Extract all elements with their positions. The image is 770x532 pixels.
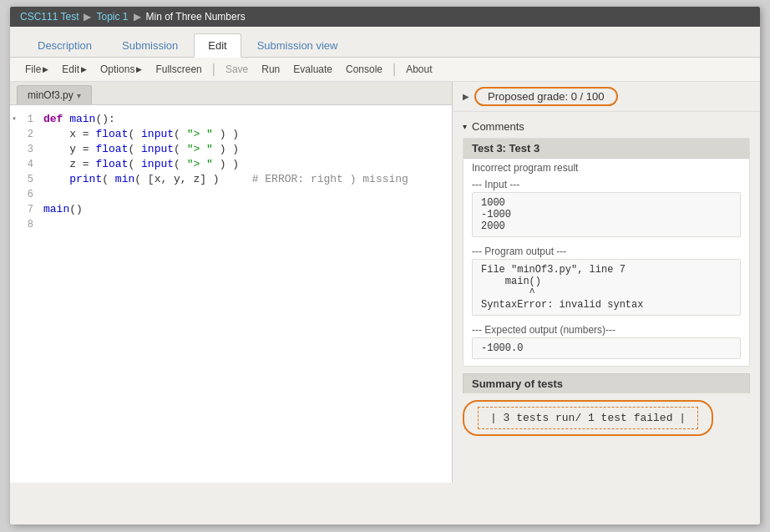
line-num-5: 5 bbox=[10, 172, 40, 187]
breadcrumb-course[interactable]: CSC111 Test bbox=[20, 11, 79, 23]
test-subtitle: Incorrect program result bbox=[472, 162, 741, 174]
line-content-3: y = float( input( "> " ) ) bbox=[40, 142, 239, 157]
line-content-6 bbox=[40, 187, 50, 202]
breadcrumb-bar: CSC111 Test ▶ Topic 1 ▶ Min of Three Num… bbox=[10, 7, 760, 27]
code-line-2: 2 x = float( input( "> " ) ) bbox=[10, 127, 452, 142]
line-content-2: x = float( input( "> " ) ) bbox=[40, 127, 239, 142]
code-line-3: 3 y = float( input( "> " ) ) bbox=[10, 142, 452, 157]
editor-tab-bar: minOf3.py ▾ bbox=[10, 82, 452, 105]
line-content-5: print( min( [x, y, z] ) # ERROR: right )… bbox=[40, 172, 408, 187]
code-line-1: ▾ 1 def main(): bbox=[10, 112, 452, 127]
line-num-7: 7 bbox=[10, 202, 40, 217]
toolbar-edit[interactable]: Edit ▶ bbox=[55, 61, 94, 78]
test-card: Test 3: Test 3 Incorrect program result … bbox=[463, 138, 750, 367]
code-area[interactable]: ▾ 1 def main(): 2 x = float( input( "> "… bbox=[10, 105, 452, 483]
page-wrapper: CSC111 Test ▶ Topic 1 ▶ Min of Three Num… bbox=[10, 7, 760, 524]
fold-icon-1[interactable]: ▾ bbox=[12, 112, 17, 127]
toolbar-save[interactable]: Save bbox=[219, 61, 255, 78]
editor-filename: minOf3.py bbox=[28, 89, 73, 101]
line-num-8: 8 bbox=[10, 217, 40, 232]
breadcrumb-topic[interactable]: Topic 1 bbox=[96, 11, 128, 23]
code-line-7: 7 main() bbox=[10, 202, 452, 217]
editor-tab-arrow[interactable]: ▾ bbox=[77, 91, 81, 100]
line-num-4: 4 bbox=[10, 157, 40, 172]
line-num-6: 6 bbox=[10, 187, 40, 202]
summary-body: | 3 tests run/ 1 test failed | bbox=[478, 407, 698, 429]
tab-submission[interactable]: Submission bbox=[108, 33, 192, 57]
toolbar-fullscreen[interactable]: Fullscreen bbox=[149, 61, 208, 78]
summary-section: Summary of tests | 3 tests run/ 1 test f… bbox=[463, 373, 750, 443]
tab-submission-view[interactable]: Submission view bbox=[243, 33, 352, 57]
toolbar-options[interactable]: Options ▶ bbox=[94, 61, 149, 78]
toolbar-about[interactable]: About bbox=[399, 61, 438, 78]
comments-expand-icon: ▾ bbox=[463, 122, 467, 131]
toolbar-run[interactable]: Run bbox=[255, 61, 286, 78]
tab-edit[interactable]: Edit bbox=[194, 33, 241, 58]
tab-description[interactable]: Description bbox=[23, 33, 106, 57]
editor-file-tab[interactable]: minOf3.py ▾ bbox=[17, 85, 92, 104]
line-content-1: def main(): bbox=[40, 112, 115, 127]
breadcrumb-sep1: ▶ bbox=[84, 11, 91, 23]
program-output-label: --- Program output --- bbox=[472, 241, 741, 259]
proposed-grade: Proposed grade: 0 / 100 bbox=[474, 87, 618, 106]
grade-expand-icon[interactable]: ▶ bbox=[463, 92, 469, 101]
line-num-2: 2 bbox=[10, 127, 40, 142]
comments-header[interactable]: ▾ Comments bbox=[463, 115, 750, 138]
line-content-4: z = float( input( "> " ) ) bbox=[40, 157, 239, 172]
test-card-header: Test 3: Test 3 bbox=[464, 139, 749, 159]
grade-bar: ▶ Proposed grade: 0 / 100 bbox=[453, 82, 760, 112]
summary-header: Summary of tests bbox=[463, 373, 750, 393]
right-pane: ▶ Proposed grade: 0 / 100 ▾ Comments Tes… bbox=[453, 82, 760, 483]
code-line-5: 5 print( min( [x, y, z] ) # ERROR: right… bbox=[10, 172, 452, 187]
line-content-8 bbox=[40, 217, 50, 232]
tab-bar: Description Submission Edit Submission v… bbox=[10, 27, 760, 58]
input-label: --- Input --- bbox=[472, 174, 741, 192]
code-line-4: 4 z = float( input( "> " ) ) bbox=[10, 157, 452, 172]
program-output: File "minOf3.py", line 7 main() ^ Syntax… bbox=[472, 259, 741, 316]
toolbar-file[interactable]: File ▶ bbox=[18, 61, 55, 78]
toolbar-sep2: | bbox=[393, 63, 396, 76]
toolbar-console[interactable]: Console bbox=[339, 61, 389, 78]
toolbar-evaluate[interactable]: Evaluate bbox=[286, 61, 339, 78]
code-line-6: 6 bbox=[10, 187, 452, 202]
expected-output-label: --- Expected output (numbers)--- bbox=[472, 319, 741, 337]
test-card-body: Incorrect program result --- Input --- 1… bbox=[464, 159, 749, 366]
code-line-8: 8 bbox=[10, 217, 452, 232]
breadcrumb-current: Min of Three Numbers bbox=[146, 11, 246, 23]
toolbar-sep1: | bbox=[212, 63, 215, 76]
comments-section: ▾ Comments Test 3: Test 3 Incorrect prog… bbox=[453, 112, 760, 446]
editor-pane: minOf3.py ▾ ▾ 1 def main(): 2 x = float(… bbox=[10, 82, 453, 483]
breadcrumb-sep2: ▶ bbox=[134, 11, 141, 23]
line-num-3: 3 bbox=[10, 142, 40, 157]
input-values: 1000-10002000 bbox=[472, 192, 741, 237]
comments-label: Comments bbox=[472, 120, 524, 133]
line-content-7: main() bbox=[40, 202, 83, 217]
expected-output: -1000.0 bbox=[472, 337, 741, 359]
toolbar: File ▶ Edit ▶ Options ▶ Fullscreen | Sav… bbox=[10, 58, 760, 82]
line-num-1: ▾ 1 bbox=[10, 112, 40, 127]
main-content: minOf3.py ▾ ▾ 1 def main(): 2 x = float(… bbox=[10, 82, 760, 483]
